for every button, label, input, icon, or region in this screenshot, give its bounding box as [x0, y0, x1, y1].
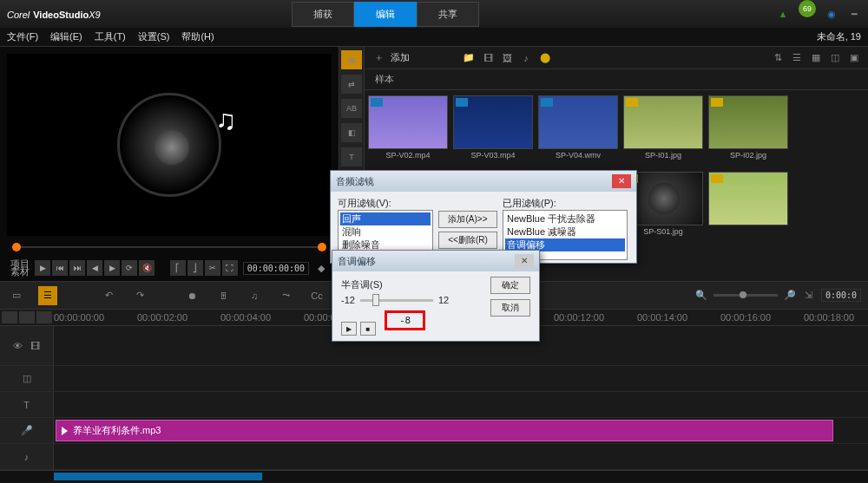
expand-button[interactable]: ⛶	[222, 260, 238, 276]
thumbnail[interactable]: SP-V03.mp4	[453, 95, 533, 166]
subtitle-button[interactable]: Cc	[307, 286, 326, 305]
loop-button[interactable]: ⟳	[122, 260, 137, 276]
tab-edit[interactable]: 编辑	[354, 2, 417, 27]
cat-graphic[interactable]: ◧	[341, 123, 362, 142]
next-frame-button[interactable]: ⏭	[69, 260, 85, 276]
ruler-btn-3[interactable]	[36, 311, 52, 323]
cat-transition[interactable]: ⇄	[341, 75, 362, 94]
eye-icon[interactable]: 👁	[11, 339, 25, 353]
preview-play-button[interactable]: ▶	[341, 322, 357, 336]
semitone-value: -8	[385, 310, 425, 330]
mic-icon: 🎤	[20, 424, 34, 438]
motion-button[interactable]: ⤳	[276, 286, 295, 305]
ruler-btn-2[interactable]	[19, 311, 35, 323]
available-label: 可用滤镜(V):	[338, 197, 433, 210]
view-list-icon[interactable]: ☰	[790, 51, 804, 65]
close-icon[interactable]: ✕	[515, 254, 534, 268]
add-icon[interactable]: ＋	[372, 51, 385, 65]
play-button[interactable]: ▶	[35, 260, 50, 276]
cat-media[interactable]: ▦	[341, 50, 362, 69]
library-folder-label[interactable]: 样本	[375, 73, 394, 86]
thumbnail[interactable]: SP-V04.wmv	[538, 95, 618, 166]
preview-panel: ♫ 项目 素材 ▶ ⏮ ⏭ ◀ ▶ ⟳ 🔇 ⎡ ⎦	[0, 47, 339, 281]
library-toolbar: ＋ 添加 📁 🎞 🖼 ♪ ⬤ ⇅ ☰ ▦ ◫ ▣	[365, 47, 868, 69]
auto-music-button[interactable]: ♫	[245, 286, 264, 305]
dialog-titlebar[interactable]: 音调偏移 ✕	[332, 251, 539, 271]
preview-stop-button[interactable]: ■	[360, 322, 376, 336]
preview-screen[interactable]: ♫	[7, 54, 332, 236]
zoom-in-icon[interactable]: 🔎	[783, 289, 797, 303]
track-voice: 🎤 养羊业有利条件.mp3	[0, 418, 868, 444]
used-label: 已用滤镜(P):	[503, 197, 628, 210]
thumbnail[interactable]	[708, 172, 788, 243]
music-icon[interactable]: ♪	[519, 51, 533, 65]
menu-help[interactable]: 帮助(H)	[181, 30, 214, 43]
thumbnail[interactable]: SP-I02.jpg	[708, 95, 788, 166]
timeline-scrollbar[interactable]	[0, 470, 868, 482]
title-lane[interactable]	[54, 392, 868, 417]
upload-icon[interactable]: ▲	[776, 7, 790, 21]
timeline-tracks: 👁🎞 ◫ T 🎤 养羊业有利条件.mp3 ♪	[0, 326, 868, 470]
timeline-view-button[interactable]: ☰	[38, 286, 57, 305]
ruler-btn-1[interactable]	[2, 311, 17, 323]
close-icon[interactable]: ✕	[612, 174, 631, 188]
dialog-titlebar[interactable]: 音频滤镜 ✕	[331, 171, 636, 192]
tab-share[interactable]: 共享	[417, 2, 479, 27]
tc-step-icon[interactable]: ◆	[314, 261, 328, 275]
menu-file[interactable]: 文件(F)	[7, 30, 38, 43]
preview-scrubber[interactable]	[12, 239, 326, 255]
tab-capture[interactable]: 捕获	[292, 2, 354, 27]
cut-button[interactable]: ✂	[205, 260, 220, 276]
audio-clip[interactable]: 养羊业有利条件.mp3	[56, 420, 833, 441]
timeline-timecode[interactable]: 0:00:0	[821, 289, 861, 302]
folder-icon[interactable]: 📁	[462, 51, 476, 65]
ok-button[interactable]: 确定	[490, 277, 530, 294]
minimize-icon[interactable]: ━	[847, 7, 861, 21]
mute-button[interactable]: 🔇	[139, 260, 155, 276]
cat-title[interactable]: AB	[341, 99, 362, 118]
sort-icon[interactable]: ⇅	[771, 51, 785, 65]
collapse-icon[interactable]: ▣	[847, 51, 861, 65]
hide-icon[interactable]: ◫	[828, 51, 842, 65]
menubar: 文件(F) 编辑(E) 工具(T) 设置(S) 帮助(H) 未命名, 19	[0, 28, 868, 47]
music-lane[interactable]	[54, 444, 868, 469]
title-icon: T	[20, 398, 34, 412]
undo-button[interactable]: ↶	[99, 286, 118, 305]
mixer-button[interactable]: 🎚	[214, 286, 233, 305]
fit-icon[interactable]: ⇲	[802, 289, 816, 303]
prev-button[interactable]: ◀	[87, 260, 102, 276]
mark-out-button[interactable]: ⎦	[187, 260, 203, 276]
cat-filter[interactable]: T	[341, 147, 362, 166]
globe-icon[interactable]: ◉	[825, 7, 838, 21]
mark-in-button[interactable]: ⎡	[170, 260, 186, 276]
add-label[interactable]: 添加	[391, 51, 410, 64]
pitch-shift-dialog: 音调偏移 ✕ 半音调(S) -12 12 -8 确定 取消 ▶ ■	[332, 250, 540, 342]
storyboard-view-button[interactable]: ▭	[7, 286, 26, 305]
notification-badge[interactable]: 69	[799, 0, 816, 17]
cancel-button[interactable]: 取消	[490, 299, 530, 317]
mode-tabs: 捕获 编辑 共享	[292, 2, 479, 27]
voice-lane[interactable]: 养羊业有利条件.mp3	[54, 418, 868, 443]
film-icon[interactable]: 🎞	[481, 51, 495, 65]
zoom-out-icon[interactable]: 🔍	[694, 289, 708, 303]
next-button[interactable]: ▶	[104, 260, 120, 276]
redo-button[interactable]: ↷	[130, 286, 149, 305]
overlay-lane[interactable]	[54, 366, 868, 391]
record-button[interactable]: ⏺	[182, 286, 201, 305]
timecode[interactable]: 00:00:00:00	[243, 262, 309, 275]
transport-bar: 项目 素材 ▶ ⏮ ⏭ ◀ ▶ ⟳ 🔇 ⎡ ⎦ ✂ ⛶ 00:00:00:00 …	[3, 258, 335, 277]
zoom-slider[interactable]	[713, 294, 778, 297]
add-filter-button[interactable]: 添加(A)>>	[438, 211, 497, 228]
thumbnail[interactable]: SP-I01.jpg	[623, 95, 703, 166]
favorite-icon[interactable]: ⬤	[538, 51, 552, 65]
mode-material[interactable]: 素材	[10, 268, 30, 276]
image-icon[interactable]: 🖼	[500, 51, 514, 65]
view-grid-icon[interactable]: ▦	[809, 51, 823, 65]
prev-frame-button[interactable]: ⏮	[52, 260, 68, 276]
menu-tool[interactable]: 工具(T)	[95, 30, 126, 43]
thumbnail[interactable]: SP-V02.mp4	[368, 95, 448, 166]
semitone-slider[interactable]	[360, 299, 433, 302]
menu-settings[interactable]: 设置(S)	[138, 30, 170, 43]
remove-filter-button[interactable]: <<删除(R)	[438, 232, 497, 249]
menu-edit[interactable]: 编辑(E)	[50, 30, 82, 43]
